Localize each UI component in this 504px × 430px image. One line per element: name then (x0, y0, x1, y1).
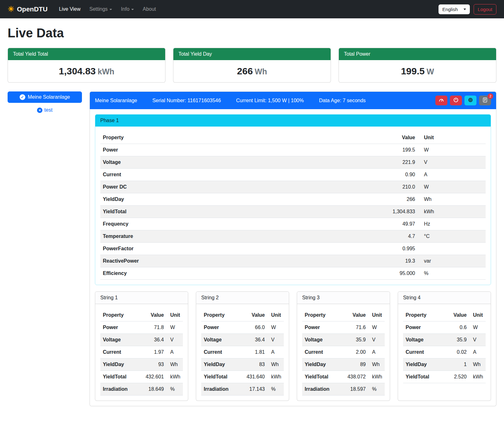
table-row: Power 71.8 W (100, 321, 183, 334)
row-unit: A (267, 346, 284, 358)
column-property: Property (100, 132, 367, 144)
strings-grid: String 1 Property Value Unit (95, 291, 491, 401)
table-row: Power 199.5 W (100, 144, 486, 156)
language-select-value: English (442, 7, 458, 12)
table-row: YieldDay 89 Wh (302, 358, 385, 371)
string-card-title: String 1 (95, 292, 188, 304)
summary-card-value-row: 1,304.83kWh (8, 60, 165, 82)
x-circle-icon: ✕ (37, 108, 42, 113)
summary-card-title: Total Yield Total (8, 48, 165, 60)
row-property: Voltage (302, 334, 343, 346)
page-title: Live Data (8, 26, 496, 40)
table-row: YieldTotal 438.072 kWh (302, 371, 385, 383)
language-select[interactable]: English (439, 4, 470, 14)
row-property: Irradiation (100, 383, 141, 396)
string-card-body: Property Value Unit (398, 304, 491, 388)
row-property: YieldTotal (403, 371, 444, 383)
row-value: 49.97 (367, 218, 418, 230)
device-info-button[interactable] (464, 96, 476, 105)
row-unit: Wh (267, 358, 284, 371)
limit-settings-button[interactable] (435, 96, 447, 105)
table-row: YieldTotal 2.520 kWh (403, 371, 486, 383)
table-header-row: Property Value Unit (100, 309, 183, 321)
row-unit: Wh (166, 358, 183, 371)
row-unit: A (469, 346, 486, 358)
table-header-row: Property Value Unit (302, 309, 385, 321)
power-button[interactable] (450, 96, 462, 105)
row-value: 93 (141, 358, 166, 371)
row-value: 2.00 (343, 346, 368, 358)
chevron-down-icon (464, 9, 466, 10)
event-count-badge: 2 (488, 93, 493, 99)
nav-right: English Logout (439, 4, 496, 15)
nav-about[interactable]: About (139, 4, 160, 15)
phase-card-title: Phase 1 (95, 115, 491, 127)
row-value: 18.597 (343, 383, 368, 396)
column-unit: Unit (267, 309, 284, 321)
row-unit (418, 243, 486, 255)
row-value: 1.81 (242, 346, 267, 358)
inverter-panel-body: Phase 1 Property Value Unit (90, 109, 496, 406)
brand: ☀ OpenDTU (8, 5, 47, 13)
sidebar-item-test[interactable]: ✕ test (8, 107, 82, 113)
column-property: Property (201, 309, 242, 321)
row-unit: % (166, 383, 183, 396)
row-unit: Wh (469, 358, 486, 371)
table-row: ReactivePower 19.3 var (100, 255, 486, 267)
row-unit: % (267, 383, 284, 396)
string-card: String 1 Property Value Unit (95, 291, 188, 401)
table-row: Irradiation 18.597 % (302, 383, 385, 396)
journal-icon (482, 97, 488, 104)
row-unit: W (267, 321, 284, 334)
string-card-title: String 3 (297, 292, 390, 304)
row-value: 199.5 (367, 144, 418, 156)
inverter-panel-header: Meine Solaranlage Serial Number: 1161716… (90, 92, 496, 109)
inverter-select-button[interactable]: ✓ Meine Solaranlage (8, 91, 82, 103)
row-property: YieldDay (100, 193, 367, 206)
row-property: Voltage (100, 156, 367, 169)
phase-table: Property Value Unit Power (100, 132, 486, 280)
row-property: Temperature (100, 230, 367, 243)
row-unit: % (368, 383, 385, 396)
nav-links: Live View Settings Info About (55, 4, 436, 15)
row-unit: W (166, 321, 183, 334)
row-value: 431.640 (242, 371, 267, 383)
nav-live-view[interactable]: Live View (55, 4, 84, 15)
row-unit: A (166, 346, 183, 358)
row-unit: V (368, 334, 385, 346)
column-value: Value (141, 309, 166, 321)
row-value: 266 (367, 193, 418, 206)
string-table: Property Value Unit (201, 309, 284, 396)
table-row: Current 1.97 A (100, 346, 183, 358)
nav-settings[interactable]: Settings (86, 4, 116, 15)
table-row: Efficiency 95.000 % (100, 267, 486, 280)
table-row: Power 66.0 W (201, 321, 284, 334)
row-property: Irradiation (201, 383, 242, 396)
summary-card-value-row: 199.5W (339, 60, 496, 82)
cpu-icon (468, 97, 473, 104)
summary-card-value: 266 (237, 66, 253, 76)
string-table: Property Value Unit (302, 309, 385, 396)
row-property: Power (201, 321, 242, 334)
table-row: Power 71.6 W (302, 321, 385, 334)
column-property: Property (100, 309, 141, 321)
table-row: Voltage 221.9 V (100, 156, 486, 169)
table-row: Current 1.81 A (201, 346, 284, 358)
event-log-button[interactable]: 2 (479, 96, 491, 105)
row-unit: var (418, 255, 486, 267)
table-row: Voltage 36.4 V (100, 334, 183, 346)
logout-button[interactable]: Logout (474, 4, 496, 15)
table-row: Power 0.6 W (403, 321, 486, 334)
row-value: 35.9 (343, 334, 368, 346)
row-unit: Hz (418, 218, 486, 230)
nav-info[interactable]: Info (117, 4, 138, 15)
string-card-body: Property Value Unit (95, 304, 188, 401)
row-property: PowerFactor (100, 243, 367, 255)
summary-cards: Total Yield Total 1,304.83kWh Total Yiel… (8, 48, 496, 83)
row-property: Power (100, 321, 141, 334)
column-property: Property (302, 309, 343, 321)
row-property: YieldTotal (302, 371, 343, 383)
summary-card: Total Yield Day 266Wh (173, 48, 331, 83)
summary-card-unit: kWh (98, 67, 115, 76)
row-property: Voltage (403, 334, 444, 346)
